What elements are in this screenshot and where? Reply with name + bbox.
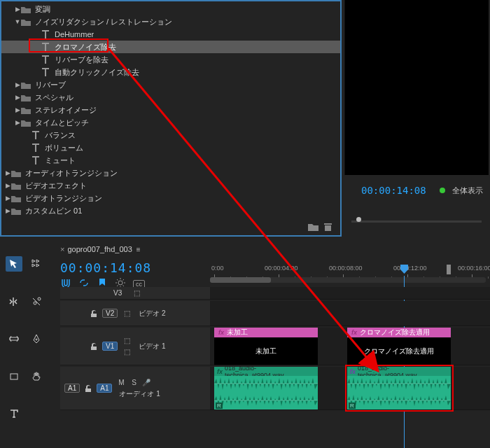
- track-tag[interactable]: V1: [102, 342, 118, 351]
- close-tab-icon[interactable]: ×: [60, 245, 64, 253]
- tree-folder-video-fx[interactable]: ▶ビデオエフェクト: [1, 179, 340, 192]
- tree-label: バランス: [45, 130, 76, 141]
- tab-menu-icon[interactable]: ≡: [136, 246, 141, 253]
- folder-icon: [11, 195, 21, 202]
- lock-icon[interactable]: [90, 342, 98, 351]
- track-body-a1[interactable]: fx018_audio-technica_at9904.wav R fx018_…: [210, 367, 490, 410]
- track-header-v2[interactable]: V2 ⬚ ビデオ 2: [60, 301, 210, 326]
- preset-icon: [31, 131, 41, 139]
- tree-preset-balance[interactable]: ▶バランス: [1, 129, 340, 141]
- track-body-v1[interactable]: fx未加工 未加工 fxクロマノイズ除去適用 クロマノイズ除去適用: [210, 328, 490, 365]
- program-monitor: [344, 0, 489, 175]
- tree-folder-video-transition[interactable]: ▶ビデオトランジション: [1, 192, 340, 204]
- pen-tool[interactable]: [28, 331, 45, 346]
- tree-preset-volume[interactable]: ▶ボリューム: [1, 141, 340, 154]
- track-body-v2[interactable]: [210, 301, 490, 326]
- tree-folder-stereo-image[interactable]: ▶ステレオイメージ: [1, 104, 340, 116]
- folder-icon: [11, 182, 21, 190]
- fx-badge: fx: [217, 368, 223, 375]
- tree-folder-reverb[interactable]: ▶リバーブ: [1, 78, 340, 91]
- tree-folder-time-pitch[interactable]: ▶タイムとピッチ: [1, 116, 340, 129]
- tree-label: オーディオトランジション: [25, 168, 118, 178]
- mute-toggle[interactable]: M: [116, 378, 126, 388]
- clip-header-label: 未加工: [227, 328, 248, 337]
- voice-over-icon[interactable]: 🎤: [141, 378, 151, 388]
- folder-icon: [21, 106, 31, 114]
- track-header-v1[interactable]: V1 ⬚ ⬚ ビデオ 1: [60, 328, 210, 365]
- waveform: [214, 393, 318, 409]
- program-scrub-bar[interactable]: [351, 218, 482, 225]
- tree-label: スペシャル: [35, 92, 74, 103]
- clip-body-label: クロマノイズ除去適用: [347, 337, 451, 365]
- track-output-toggle[interactable]: ⬚: [132, 288, 141, 298]
- slip-tool[interactable]: [6, 331, 22, 346]
- folder-icon: [21, 94, 31, 102]
- timeline-timecode[interactable]: 00:00:14:08: [60, 260, 151, 275]
- program-monitor-footer: 00:00:14:08 全体表示: [344, 179, 489, 228]
- tree-label: リバーブを除去: [55, 55, 108, 65]
- track-name: ビデオ 1: [139, 342, 165, 351]
- audio-clip-raw[interactable]: fx018_audio-technica_at9904.wav R: [214, 367, 318, 410]
- lock-icon[interactable]: [90, 309, 98, 318]
- channel-badge: R: [349, 402, 356, 409]
- fx-badge: fx: [218, 329, 224, 336]
- effects-footer: [308, 222, 333, 231]
- tree-preset-reverb-remove[interactable]: ▶リバーブを除去: [1, 53, 340, 66]
- video-clip-applied[interactable]: fxクロマノイズ除去適用 クロマノイズ除去適用: [347, 328, 451, 365]
- selection-tool[interactable]: [6, 256, 22, 272]
- folder-icon: [11, 169, 21, 177]
- playhead-icon[interactable]: [400, 265, 408, 274]
- channel-badge: R: [216, 402, 223, 409]
- razor-tool[interactable]: [28, 294, 45, 309]
- tree-folder-custom-bin[interactable]: ▶カスタムビン 01: [1, 204, 340, 217]
- lock-icon[interactable]: [84, 384, 92, 393]
- track-header-a1[interactable]: A1 A1 M S 🎤 オーディオ 1: [60, 367, 210, 410]
- tree-folder-noise-reduction[interactable]: ▼ノイズリダクション / レストレーション: [1, 15, 340, 28]
- track-output-toggle[interactable]: ⬚: [122, 309, 132, 318]
- ruler-label: 0:00: [211, 265, 224, 272]
- track-body-v3[interactable]: [210, 287, 490, 300]
- folder-icon: [21, 6, 31, 13]
- timeline-zoom-bar[interactable]: [210, 277, 486, 283]
- video-clip-raw[interactable]: fx未加工 未加工: [214, 328, 318, 365]
- track-output-toggle[interactable]: ⬚: [122, 336, 132, 346]
- track-tag[interactable]: V2: [102, 309, 118, 318]
- new-bin-icon[interactable]: [308, 222, 318, 231]
- ruler-label: 00:00:12:00: [393, 265, 427, 272]
- rectangle-tool[interactable]: [6, 369, 22, 384]
- folder-icon: [21, 81, 31, 89]
- preset-icon: [31, 144, 41, 152]
- tree-folder-special[interactable]: ▶スペシャル: [1, 91, 340, 104]
- audio-clip-applied[interactable]: fx018_audio-technica_at9904.wav R: [347, 367, 451, 410]
- tree-label: ビデオトランジション: [25, 193, 102, 204]
- tree-label: 自動クリックノイズ除去: [55, 67, 139, 78]
- solo-toggle[interactable]: S: [129, 378, 139, 388]
- zoom-thumb[interactable]: [210, 277, 271, 283]
- tree-preset-auto-click[interactable]: ▶自動クリックノイズ除去: [1, 66, 340, 78]
- type-tool[interactable]: [6, 406, 22, 421]
- track-output-toggle[interactable]: ⬚: [122, 347, 132, 357]
- display-mode-dropdown[interactable]: 全体表示: [452, 186, 483, 196]
- program-timecode[interactable]: 00:00:14:08: [361, 185, 426, 196]
- source-track-tag[interactable]: A1: [64, 384, 80, 393]
- ruler-label: 00:00:08:00: [329, 265, 363, 272]
- tree-preset-chroma-noise[interactable]: ▶クロマノイズ除去: [1, 41, 340, 53]
- preset-icon: [41, 30, 50, 38]
- tree-folder-audio-transition[interactable]: ▶オーディオトランジション: [1, 167, 340, 179]
- out-point-icon[interactable]: [447, 265, 452, 274]
- sequence-tab[interactable]: ×gopro007_fhd_003≡: [60, 245, 141, 253]
- ripple-edit-tool[interactable]: [6, 294, 22, 309]
- scrub-handle-icon[interactable]: [356, 217, 361, 222]
- preset-icon: [41, 55, 50, 64]
- tree-folder-henchou[interactable]: ▶変調: [1, 3, 340, 15]
- tools-panel: [0, 249, 50, 445]
- tree-preset-mute[interactable]: ▶ミュート: [1, 154, 340, 167]
- track-tag[interactable]: A1: [97, 384, 112, 393]
- delete-icon[interactable]: [323, 222, 333, 231]
- sequence-name: gopro007_fhd_003: [67, 245, 132, 253]
- tree-label: リバーブ: [35, 80, 66, 90]
- track-select-tool[interactable]: [28, 256, 45, 272]
- hand-tool[interactable]: [28, 369, 45, 384]
- tree-preset-dehummer[interactable]: ▶DeHummer: [1, 28, 340, 41]
- track-header-v3[interactable]: V3 ⬚: [60, 287, 210, 300]
